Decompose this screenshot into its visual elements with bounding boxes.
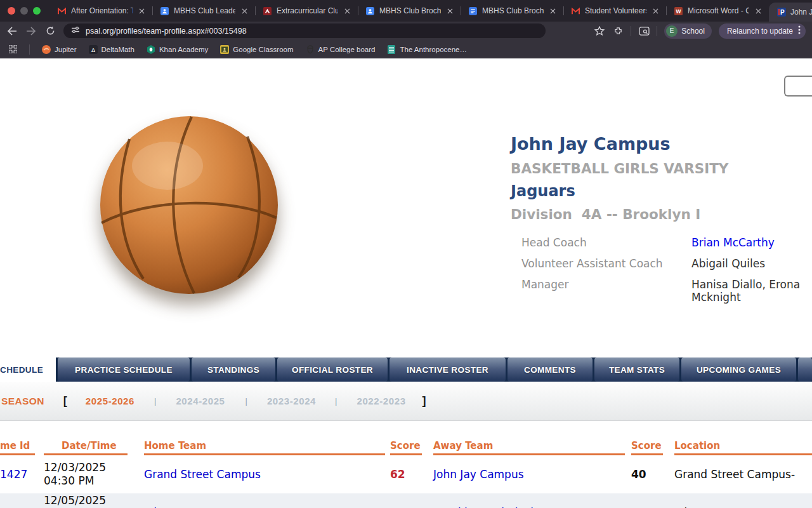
browser-tab-6[interactable]: Student Volunteers f <box>563 0 666 22</box>
bookmark-label: The Anthropocene… <box>400 46 467 53</box>
tab-close-icon[interactable] <box>754 6 763 15</box>
tab-official-roster[interactable]: OFFICIAL ROSTER <box>277 358 388 382</box>
anthropocene-icon <box>387 45 396 54</box>
reload-icon[interactable] <box>44 25 56 37</box>
bookmark-khan-academy[interactable]: Khan Academy <box>147 45 208 54</box>
bookmark-star-icon[interactable] <box>594 25 605 37</box>
docs-icon <box>468 6 478 16</box>
bookmark-google-classroom[interactable]: Google Classroom <box>220 45 293 54</box>
tab-close-icon[interactable] <box>137 6 146 15</box>
season-selector: SEASON [ 2025-2026 | 2024-2025 | 2023-20… <box>0 382 812 421</box>
col-away-score: Score <box>631 440 663 455</box>
bracket-close: ] <box>422 394 426 408</box>
tab-standings[interactable]: STANDINGS <box>192 358 275 382</box>
tab-close-icon[interactable] <box>548 6 557 15</box>
extensions-icon[interactable] <box>612 25 624 37</box>
season-separator: | <box>154 396 156 406</box>
window-controls <box>0 0 49 22</box>
bookmark-jupiter[interactable]: Jupiter <box>42 45 77 54</box>
tab-title: Extracurricular Club <box>277 6 338 15</box>
bookmark-ap-college-board[interactable]: AP College board <box>306 45 376 54</box>
game-id-link[interactable]: 1427 <box>0 468 35 481</box>
browser-tab-2[interactable]: MBHS Club Leaders <box>152 0 255 22</box>
tab-upcoming-games[interactable]: UPCOMING GAMES <box>681 358 796 382</box>
khan-icon <box>147 45 155 54</box>
browser-tab-4[interactable]: MBHS Club Brochure <box>358 0 461 22</box>
home-score: 62 <box>390 468 422 481</box>
tab-close-icon[interactable] <box>651 6 660 15</box>
tab-title: Microsoft Word - Ca <box>688 6 749 15</box>
window-close-button[interactable] <box>8 7 15 15</box>
back-icon[interactable] <box>6 25 18 37</box>
col-location: Location <box>674 440 812 455</box>
season-label: SEASON <box>1 396 44 407</box>
tab-close-icon[interactable] <box>343 6 351 15</box>
season-2023-2024[interactable]: 2023-2024 <box>267 396 316 406</box>
avatar: E <box>666 25 678 37</box>
bracket-open: [ <box>63 394 67 408</box>
tab-team-stats[interactable]: TEAM STATS <box>594 358 679 382</box>
away-team-link[interactable]: John Jay Campus <box>433 468 625 481</box>
site-settings-icon[interactable] <box>71 26 80 36</box>
cropped-page-button[interactable] <box>784 76 812 97</box>
home-team-link[interactable]: Grand Street Campus <box>144 468 385 481</box>
table-row: 1430 12/05/2025 John Jay Campus 47 Brook… <box>0 493 812 508</box>
bookmark-label: Google Classroom <box>233 46 293 53</box>
url-text: psal.org/profiles/team-profile.aspx#003/… <box>86 27 247 36</box>
head-coach-link[interactable]: Brian McCarthy <box>691 236 812 249</box>
browser-tab-3[interactable]: Extracurricular Club <box>255 0 358 22</box>
tab-close-icon[interactable] <box>240 6 249 15</box>
team-sport: BASKETBALL GIRLS VARSITY <box>511 161 728 177</box>
tab-inactive-roster[interactable]: INACTIVE ROSTER <box>390 358 506 382</box>
season-2024-2025[interactable]: 2024-2025 <box>176 396 225 406</box>
bookmark-label: DeltaMath <box>102 46 134 53</box>
bookmark-deltamath[interactable]: Δ DeltaMath <box>89 45 134 54</box>
browser-tab-1[interactable]: After Orientation: Th <box>49 0 152 22</box>
browser-tab-7[interactable]: W Microsoft Word - Ca <box>666 0 769 22</box>
tab-game-schedule[interactable]: CHEDULE <box>0 358 56 382</box>
relaunch-to-update-button[interactable]: Relaunch to update <box>719 23 806 39</box>
col-date-time: Date/Time <box>44 440 128 455</box>
profile-chip[interactable]: E School <box>664 23 712 39</box>
psal-team-profile-page: John Jay Campus BASKETBALL GIRLS VARSITY… <box>0 58 812 508</box>
col-home-team: Home Team <box>144 440 385 455</box>
tab-title: MBHS Club Brochure <box>379 6 441 15</box>
svg-text:W: W <box>676 8 681 14</box>
col-home-score: Score <box>390 440 422 455</box>
apps-grid-icon[interactable] <box>8 45 17 54</box>
word-icon: W <box>674 6 683 16</box>
staff-role: Manager <box>521 278 691 304</box>
season-2025-2026[interactable]: 2025-2026 <box>86 396 134 406</box>
browser-tabs: After Orientation: Th MBHS Club Leaders … <box>49 0 812 22</box>
col-game-id: me Id <box>0 440 35 455</box>
side-panel-search-icon[interactable] <box>638 25 650 37</box>
tab-title: MBHS Club Brochure <box>482 6 544 15</box>
forward-icon[interactable] <box>25 25 37 37</box>
team-mascot: Jaguars <box>511 182 728 200</box>
url-bar[interactable]: psal.org/profiles/team-profile.aspx#003/… <box>63 23 546 38</box>
tab-comments[interactable]: COMMENTS <box>508 358 593 382</box>
tab-close-icon[interactable] <box>445 6 454 15</box>
season-2022-2023[interactable]: 2022-2023 <box>357 396 405 406</box>
game-schedule-table: me Id Date/Time Home Team Score Away Tea… <box>0 440 812 508</box>
profile-label: School <box>681 27 705 36</box>
staff-name: Hanisa Diallo, Erona Mcknight <box>691 278 812 304</box>
bookmark-label: Khan Academy <box>159 46 208 53</box>
browser-toolbar: psal.org/profiles/team-profile.aspx#003/… <box>0 22 812 40</box>
contacts-icon <box>365 6 375 16</box>
deltamath-icon: Δ <box>89 45 98 54</box>
staff-role: Head Coach <box>521 236 691 249</box>
bookmark-anthropocene[interactable]: The Anthropocene… <box>387 45 467 54</box>
browser-tab-5[interactable]: MBHS Club Brochure <box>461 0 563 22</box>
window-minimize-button[interactable] <box>20 7 28 15</box>
away-score: 40 <box>631 468 663 481</box>
tab-practice-schedule[interactable]: PRACTICE SCHEDULE <box>58 358 190 382</box>
col-away-team: Away Team <box>433 440 625 455</box>
gmail-icon <box>57 6 67 16</box>
menu-dots-icon[interactable] <box>798 25 801 36</box>
contacts-icon <box>160 6 169 16</box>
browser-tab-active[interactable]: P John Jay Campus <box>769 3 812 22</box>
browser-tab-strip: After Orientation: Th MBHS Club Leaders … <box>0 0 812 22</box>
game-datetime: 12/03/2025 04:30 PM <box>44 461 128 488</box>
window-zoom-button[interactable] <box>33 7 41 15</box>
